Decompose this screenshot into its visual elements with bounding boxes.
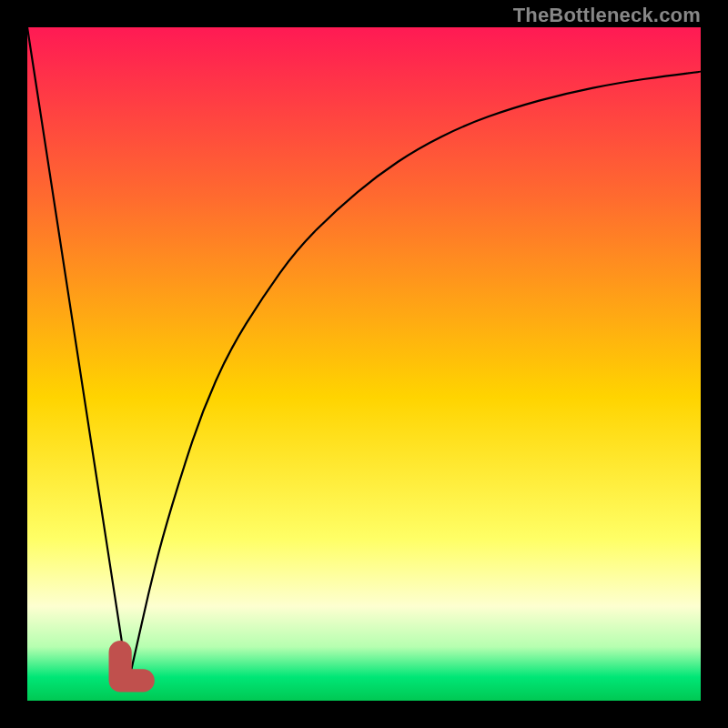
chart-svg (27, 27, 701, 701)
outer-frame: TheBottleneck.com (0, 0, 728, 728)
watermark-text: TheBottleneck.com (513, 4, 701, 27)
plot-area (27, 27, 701, 701)
gradient-background (27, 27, 701, 701)
